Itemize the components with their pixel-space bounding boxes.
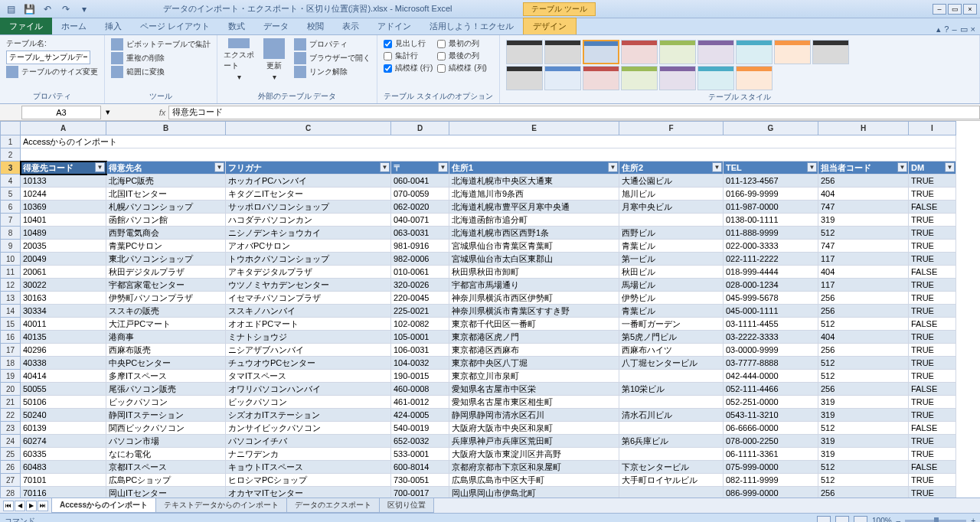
col-header[interactable]: B	[106, 122, 226, 135]
worksheet-grid[interactable]: A B C D E F G H I 1Accessからのインポート 2 3 得意…	[0, 121, 980, 498]
cell[interactable]: 宮城県仙台市太白区東郡山	[449, 253, 619, 266]
cell[interactable]: 010-0061	[391, 266, 449, 279]
sheet-nav-next-icon[interactable]: ▶	[26, 501, 37, 511]
row-header[interactable]: 27	[1, 474, 21, 487]
cell[interactable]: 06-6666-0000	[724, 422, 818, 435]
cell[interactable]: 540-0019	[391, 422, 449, 435]
cell[interactable]: 60335	[21, 448, 106, 461]
export-button[interactable]: エクスポート▾	[224, 38, 254, 81]
cell[interactable]: 青葉PCサロン	[106, 240, 226, 253]
cell[interactable]: 京都府京都市下京区和泉屋町	[449, 461, 619, 474]
row-header[interactable]: 23	[1, 422, 21, 435]
cell[interactable]: 北海道函館市追分町	[449, 214, 619, 227]
header-cell[interactable]: DM▼	[909, 161, 956, 175]
sheet-tab[interactable]: テキストデータからのインポート	[155, 498, 287, 513]
col-header[interactable]: G	[724, 122, 818, 135]
cell[interactable]: TRUE	[909, 240, 956, 253]
cell[interactable]: ウツノミヤカデンセンター	[226, 279, 391, 292]
cell[interactable]: 600-8014	[391, 461, 449, 474]
cell[interactable]: TRUE	[909, 474, 956, 487]
style-swatch[interactable]	[812, 40, 849, 64]
cell[interactable]	[619, 422, 724, 435]
style-swatch[interactable]	[736, 66, 773, 90]
cell[interactable]: ビックパソコン	[106, 396, 226, 409]
cell[interactable]: 西野電気商会	[106, 227, 226, 240]
cell[interactable]: 清水石川ビル	[619, 409, 724, 422]
cell[interactable]: ススキの販売	[106, 305, 226, 318]
cell[interactable]: パソコンイチバ	[226, 435, 391, 448]
cell[interactable]: ハコダテパソコンカン	[226, 214, 391, 227]
sheet-nav-prev-icon[interactable]: ◀	[15, 501, 25, 511]
cell[interactable]: 大阪府大阪市東淀川区井高野	[449, 448, 619, 461]
cell[interactable]: 0138-00-1111	[724, 214, 818, 227]
row-header[interactable]: 7	[1, 214, 21, 227]
cell[interactable]: 20035	[21, 240, 106, 253]
cell[interactable]: アオバPCサロン	[226, 240, 391, 253]
style-swatch[interactable]	[621, 40, 658, 64]
cell[interactable]: ススキノハンバイ	[226, 305, 391, 318]
cell[interactable]: 730-0051	[391, 474, 449, 487]
cell[interactable]: 078-000-2250	[724, 435, 818, 448]
cell[interactable]: 03-1111-4455	[724, 318, 818, 331]
cell[interactable]: 106-0031	[391, 344, 449, 357]
cell[interactable]: 256	[818, 305, 909, 318]
table-style-gallery[interactable]	[506, 38, 866, 90]
cell[interactable]: ビックパソコン	[226, 396, 391, 409]
style-swatch[interactable]	[736, 40, 773, 64]
cell[interactable]: ニシアザブハンバイ	[226, 344, 391, 357]
cell[interactable]: 082-111-9999	[724, 474, 818, 487]
filter-dropdown-icon[interactable]: ▼	[712, 162, 722, 172]
cell[interactable]: 馬場ビル	[619, 279, 724, 292]
cell[interactable]: FALSE	[909, 201, 956, 214]
minimize-button[interactable]: –	[933, 4, 946, 15]
cell[interactable]: 神奈川県横浜市青葉区すすき野	[449, 305, 619, 318]
cell[interactable]: TRUE	[909, 279, 956, 292]
cell[interactable]: TRUE	[909, 188, 956, 201]
maximize-button[interactable]: ▭	[948, 4, 962, 15]
cell[interactable]: ヒロシマPCショップ	[226, 474, 391, 487]
convert-range-button[interactable]: 範囲に変換	[111, 66, 211, 78]
view-normal-icon[interactable]	[817, 516, 831, 523]
cell[interactable]: 宇都宮市馬場通り	[449, 279, 619, 292]
cell[interactable]: 40338	[21, 357, 106, 370]
cell[interactable]: TRUE	[909, 435, 956, 448]
cell[interactable]: 045-999-5678	[724, 292, 818, 305]
cell[interactable]: 宮城県仙台市青葉区青葉町	[449, 240, 619, 253]
cell[interactable]: 月寒中央ビル	[619, 201, 724, 214]
cell[interactable]: 愛知県名古屋市中区栄	[449, 383, 619, 396]
row-header[interactable]: 8	[1, 227, 21, 240]
row-header[interactable]: 12	[1, 279, 21, 292]
row-header[interactable]: 16	[1, 331, 21, 344]
cell[interactable]: 117	[818, 253, 909, 266]
save-icon[interactable]: 💾	[21, 2, 37, 16]
cell[interactable]: 尾張パソコン販売	[106, 383, 226, 396]
cell[interactable]: 512	[818, 474, 909, 487]
zoom-level[interactable]: 100%	[872, 517, 892, 522]
cell[interactable]: シズオカITステーション	[226, 409, 391, 422]
view-pagebreak-icon[interactable]	[854, 516, 867, 523]
filter-dropdown-icon[interactable]: ▼	[608, 162, 618, 172]
cell[interactable]: 011-123-4567	[724, 175, 818, 188]
ribbon-collapse-icon[interactable]: ▴	[936, 24, 941, 34]
cell[interactable]: 伊勢ビル	[619, 292, 724, 305]
header-cell[interactable]: フリガナ▼	[226, 161, 391, 175]
select-all-corner[interactable]	[1, 122, 21, 135]
header-row-check[interactable]: 見出し行	[384, 38, 433, 49]
help-icon[interactable]: ?	[944, 24, 949, 34]
cell[interactable]: 北国ITセンター	[106, 188, 226, 201]
cell[interactable]: タマITスペース	[226, 370, 391, 383]
row-header[interactable]: 17	[1, 344, 21, 357]
cell[interactable]: 伊勢町パソコンプラザ	[106, 292, 226, 305]
cell[interactable]: ナニワデンカ	[226, 448, 391, 461]
cell[interactable]	[619, 396, 724, 409]
banded-rows-check[interactable]: 縞模様 (行)	[384, 63, 433, 73]
row-header[interactable]: 4	[1, 175, 21, 188]
cell[interactable]: 011-987-0000	[724, 201, 818, 214]
header-cell[interactable]: 得意先名▼	[106, 161, 226, 175]
col-header[interactable]: H	[818, 122, 909, 135]
undo-icon[interactable]: ↶	[40, 2, 55, 16]
filter-dropdown-icon[interactable]: ▼	[807, 162, 817, 172]
cell[interactable]: FALSE	[909, 266, 956, 279]
col-header[interactable]: D	[391, 122, 449, 135]
header-cell[interactable]: 担当者コード▼	[818, 161, 909, 175]
